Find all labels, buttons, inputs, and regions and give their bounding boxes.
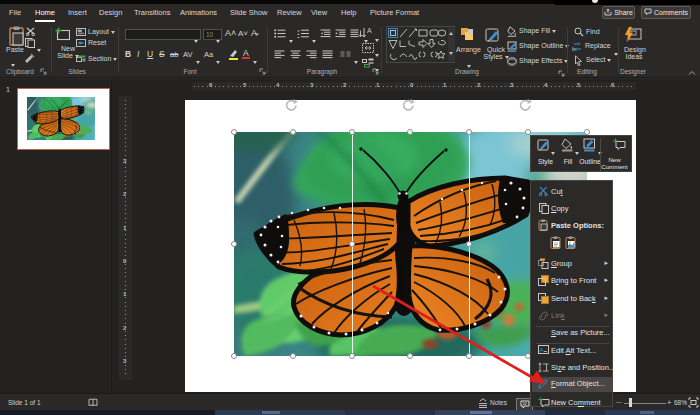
svg-text:A: A — [367, 27, 372, 34]
svg-text:A: A — [540, 347, 544, 353]
